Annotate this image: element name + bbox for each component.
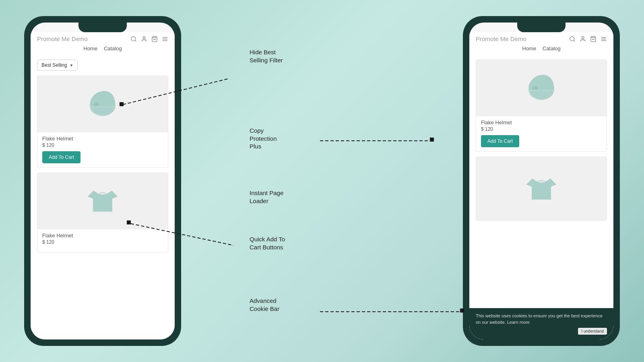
right-product-1: Flake Helmet $ 120 Add To Cart: [476, 60, 607, 152]
right-nav-home[interactable]: Home: [522, 45, 536, 51]
left-phone-icons: [130, 36, 168, 42]
left-product-1-image: [37, 76, 168, 132]
menu-icon-right: [601, 36, 607, 42]
right-phone-content: Flake Helmet $ 120 Add To Cart: [469, 56, 613, 339]
annotation-copy-protection: CopyProtectionPlus: [250, 127, 277, 150]
bag-icon: [151, 36, 158, 42]
left-product-2: Flake Helmet $ 120: [37, 173, 168, 253]
right-product-1-info: Flake Helmet $ 120 Add To Cart: [476, 116, 607, 151]
cookie-accept-button[interactable]: I understand: [578, 328, 607, 335]
right-phone: Promote Me Demo Home Catalog: [463, 16, 620, 346]
svg-point-9: [570, 37, 574, 41]
annotation-quick-add-text: Quick Add ToCart Buttons: [250, 236, 285, 251]
cookie-bar: This website uses cookies to ensure you …: [469, 308, 613, 339]
left-phone-content: Best Selling ▼: [31, 56, 175, 339]
cookie-text: This website uses cookies to ensure you …: [476, 313, 607, 325]
annotation-cookie-bar: AdvancedCookie Bar: [250, 297, 279, 313]
left-product-2-price: $ 120: [42, 239, 163, 245]
search-icon: [130, 36, 137, 42]
filter-label: Best Selling: [41, 62, 67, 68]
annotation-cookie-bar-text: AdvancedCookie Bar: [250, 297, 279, 312]
left-product-1: Flake Helmet $ 120 Add To Cart: [37, 76, 168, 168]
annotation-hide-filter: Hide BestSelling Filter: [250, 48, 283, 64]
left-product-grid: Flake Helmet $ 120 Add To Cart: [37, 76, 168, 253]
right-product-1-image: [476, 60, 607, 116]
person-icon-right: [580, 36, 586, 42]
left-product-1-info: Flake Helmet $ 120 Add To Cart: [37, 132, 168, 167]
main-scene: Promote Me Demo Home: [0, 0, 644, 362]
helmet-icon-left-1: [83, 84, 123, 124]
svg-rect-21: [430, 138, 434, 142]
right-nav-catalog[interactable]: Catalog: [543, 45, 561, 51]
svg-line-1: [135, 40, 136, 41]
svg-line-10: [574, 40, 575, 41]
left-nav-catalog[interactable]: Catalog: [104, 45, 122, 51]
right-phone-icons: [569, 36, 607, 42]
tshirt-icon-left: [85, 183, 121, 219]
right-phone-header: Promote Me Demo Home Catalog: [469, 32, 613, 56]
annotation-instant-page: Instant PageLoader: [250, 189, 283, 205]
left-phone-nav: Home Catalog: [37, 44, 168, 55]
left-phone-header: Promote Me Demo Home: [31, 32, 175, 56]
left-add-to-cart-1[interactable]: Add To Cart: [42, 151, 80, 163]
tshirt-icon-right: [523, 171, 559, 207]
phone-notch-left: [78, 23, 127, 32]
right-product-1-name: Flake Helmet: [481, 119, 602, 125]
left-phone: Promote Me Demo Home: [24, 16, 181, 346]
right-add-to-cart-1[interactable]: Add To Cart: [481, 135, 519, 147]
helmet-icon-right-1: [521, 68, 561, 108]
annotation-instant-page-text: Instant PageLoader: [250, 189, 283, 204]
svg-point-2: [143, 37, 145, 39]
right-product-1-price: $ 120: [481, 126, 602, 132]
left-phone-title: Promote Me Demo: [37, 35, 88, 42]
annotation-hide-filter-text: Hide BestSelling Filter: [250, 49, 283, 64]
annotation-copy-protection-text: CopyProtectionPlus: [250, 127, 277, 150]
menu-icon: [162, 36, 168, 42]
right-product-2-image: [476, 157, 607, 221]
left-product-2-name: Flake Helmet: [42, 232, 163, 239]
left-product-1-price: $ 120: [42, 142, 163, 148]
annotation-quick-add: Quick Add ToCart Buttons: [250, 235, 285, 251]
right-product-grid: Flake Helmet $ 120 Add To Cart: [476, 60, 607, 221]
left-product-1-name: Flake Helmet: [42, 136, 163, 142]
filter-arrow-icon: ▼: [69, 63, 73, 68]
right-product-2: [476, 156, 607, 221]
left-nav-home[interactable]: Home: [83, 45, 97, 51]
svg-point-0: [131, 37, 136, 41]
left-product-2-info: Flake Helmet $ 120: [37, 229, 168, 252]
bag-icon-right: [590, 36, 597, 42]
person-icon: [141, 36, 147, 42]
right-phone-nav: Home Catalog: [476, 44, 607, 55]
search-icon-right: [569, 36, 576, 42]
svg-point-11: [582, 37, 584, 39]
phone-notch-right: [517, 23, 566, 32]
left-product-2-image: [37, 173, 168, 229]
filter-dropdown[interactable]: Best Selling ▼: [37, 60, 78, 71]
right-phone-title: Promote Me Demo: [476, 35, 526, 42]
